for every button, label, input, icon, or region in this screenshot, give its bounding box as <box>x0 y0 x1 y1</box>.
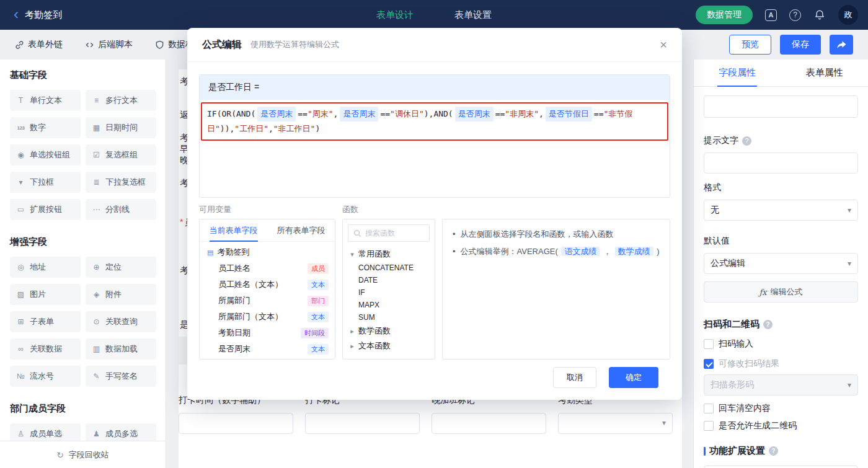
sidebar-section-title: 部门成员字段 <box>10 403 156 415</box>
bell-icon[interactable] <box>813 9 826 21</box>
recycle-icon: ↻ <box>56 450 64 460</box>
checkbox-unchecked[interactable] <box>704 339 714 349</box>
function-item[interactable]: MAPX <box>343 299 435 311</box>
field-number[interactable]: 123数字 <box>10 117 81 138</box>
canvas-field-input[interactable] <box>432 413 546 434</box>
field-type-label: 数据加载 <box>105 343 138 355</box>
hint-text-input[interactable] <box>704 152 858 174</box>
function-group[interactable]: ▸数学函数 <box>343 324 435 338</box>
variable-row[interactable]: 所属部门部门 <box>200 293 335 309</box>
field-image[interactable]: ▨图片 <box>10 284 81 305</box>
field-title-input[interactable] <box>704 95 858 118</box>
formula-field-token[interactable]: 是否周末 <box>257 107 296 121</box>
formula-content[interactable]: IF(OR(AND(是否周末=="周末",是否周末=="调休日"),AND(是否… <box>201 102 668 141</box>
field-checkbox-group[interactable]: ☑复选框组 <box>86 144 156 166</box>
field-text-single[interactable]: T单行文本 <box>10 90 81 111</box>
chevron-down-icon: ▾ <box>349 250 355 258</box>
barcode-mode-select[interactable]: 扫描条形码 ▾ <box>704 374 858 395</box>
back-icon[interactable]: ‹ <box>14 7 19 22</box>
field-extend-button[interactable]: ▭扩展按钮 <box>10 199 81 220</box>
help-icon[interactable]: ? <box>763 320 773 329</box>
linked-data-icon: ∞ <box>16 345 25 353</box>
close-icon[interactable]: × <box>660 38 667 51</box>
confirm-button[interactable]: 确定 <box>609 367 658 388</box>
help-icon[interactable]: ? <box>769 446 778 456</box>
field-multiselect[interactable]: ≣下拉复选框 <box>86 172 156 193</box>
help-icon[interactable]: ? <box>742 136 751 146</box>
field-location[interactable]: ⊕定位 <box>86 257 156 278</box>
page-title: 考勤签到 <box>25 9 62 21</box>
function-group-name: 数学函数 <box>358 325 391 337</box>
field-address[interactable]: ◎地址 <box>10 257 81 278</box>
data-manage-button[interactable]: 数据管理 <box>696 6 753 24</box>
tab-current-form-fields[interactable]: 当前表单字段 <box>200 219 267 241</box>
variables-form-node[interactable]: ▤ 考勤签到 <box>200 242 335 260</box>
field-data-load[interactable]: ▥数据加载 <box>86 338 156 360</box>
avatar[interactable]: 政 <box>838 5 858 25</box>
default-value-select[interactable]: 公式编辑 ▾ <box>704 253 858 274</box>
checkbox-checked[interactable] <box>704 359 714 369</box>
formula-field-token[interactable]: 是否周末 <box>340 107 378 121</box>
backend-script-button[interactable]: 后端脚本 <box>85 39 133 50</box>
field-recycle-bin[interactable]: ↻ 字段回收站 <box>0 441 166 468</box>
field-text-multi[interactable]: ≡多行文本 <box>86 90 156 111</box>
save-button[interactable]: 保存 <box>780 35 821 55</box>
field-signature[interactable]: ✎手写签名 <box>86 366 156 387</box>
tab-form-properties[interactable]: 表单属性 <box>781 60 868 86</box>
preview-button[interactable]: 预览 <box>729 35 771 55</box>
edit-formula-button[interactable]: ƒx 编辑公式 <box>704 281 858 302</box>
variable-row[interactable]: 是否周末文本 <box>200 341 335 357</box>
serial-number-icon: № <box>16 372 25 381</box>
formula-editor[interactable]: IF(OR(AND(是否周末=="周末",是否周末=="调休日"),AND(是否… <box>200 100 670 197</box>
variable-row[interactable]: 员工姓名（文本）文本 <box>200 276 335 293</box>
enter-clear-checkbox[interactable]: 回车清空内容 <box>704 403 858 414</box>
field-type-label: 单行文本 <box>30 95 62 106</box>
formula-field-token[interactable]: 是否周末 <box>455 107 494 121</box>
scan-input-checkbox[interactable]: 扫码输入 <box>704 338 858 350</box>
function-group[interactable]: ▸文本函数 <box>343 338 435 353</box>
variable-row[interactable]: 所属部门（文本）文本 <box>200 309 335 325</box>
help-icon[interactable]: ? <box>789 9 801 21</box>
cancel-button[interactable]: 取消 <box>553 367 596 388</box>
variable-row[interactable]: 员工姓名成员 <box>200 260 335 276</box>
field-attachment[interactable]: ◈附件 <box>86 284 156 305</box>
qr-section-title: 扫码和二维码 <box>704 319 760 330</box>
canvas-field-input[interactable] <box>179 413 293 434</box>
field-select[interactable]: ▾下拉框 <box>10 172 81 193</box>
function-item[interactable]: SUM <box>343 311 435 324</box>
field-divider[interactable]: ⋯分割线 <box>86 199 156 220</box>
tab-form-design[interactable]: 表单设计 <box>376 9 414 21</box>
field-linked-query[interactable]: ⊙关联查询 <box>86 311 156 332</box>
canvas-field-select[interactable]: ▾ <box>558 413 673 434</box>
function-search-input[interactable] <box>365 229 424 237</box>
field-type-label: 下拉框 <box>30 177 54 188</box>
function-item[interactable]: DATE <box>343 274 435 286</box>
example-field-token: 语文成绩 <box>561 247 600 256</box>
variable-row[interactable]: 考勤日期时间段 <box>200 325 335 341</box>
field-radio-group[interactable]: ◉单选按钮组 <box>10 144 81 166</box>
tab-field-properties[interactable]: 字段属性 <box>694 60 781 86</box>
tab-all-form-fields[interactable]: 所有表单字段 <box>267 219 335 241</box>
field-datetime[interactable]: ▦日期时间 <box>86 117 156 138</box>
field-serial[interactable]: №流水号 <box>10 366 81 387</box>
format-select[interactable]: 无 ▾ <box>704 200 858 221</box>
tab-form-settings[interactable]: 表单设置 <box>454 9 492 21</box>
modify-scan-checkbox[interactable]: 可修改扫码结果 <box>704 358 858 369</box>
function-search[interactable] <box>348 224 430 242</box>
field-linked-data[interactable]: ∞关联数据 <box>10 338 81 360</box>
add-action-button[interactable]: 添加操作 <box>704 466 858 468</box>
function-group[interactable]: ▾常用函数 <box>343 247 435 262</box>
function-item[interactable]: CONCATENATE <box>343 262 435 274</box>
share-button[interactable] <box>830 35 853 55</box>
allow-qr-checkbox[interactable]: 是否允许生成二维码 <box>704 420 858 431</box>
qr-section-header: 扫码和二维码 ? <box>704 319 858 330</box>
formula-field-token[interactable]: 是否节假日 <box>546 107 592 121</box>
translate-icon[interactable]: A <box>765 9 777 21</box>
checkbox-unchecked[interactable] <box>704 421 714 431</box>
form-external-link-button[interactable]: 表单外链 <box>15 39 63 50</box>
canvas-field-input[interactable] <box>305 413 420 434</box>
function-item[interactable]: IF <box>343 286 435 299</box>
formula-code: ) <box>315 124 320 133</box>
field-subform[interactable]: ⊞子表单 <box>10 311 81 332</box>
checkbox-unchecked[interactable] <box>704 404 714 413</box>
